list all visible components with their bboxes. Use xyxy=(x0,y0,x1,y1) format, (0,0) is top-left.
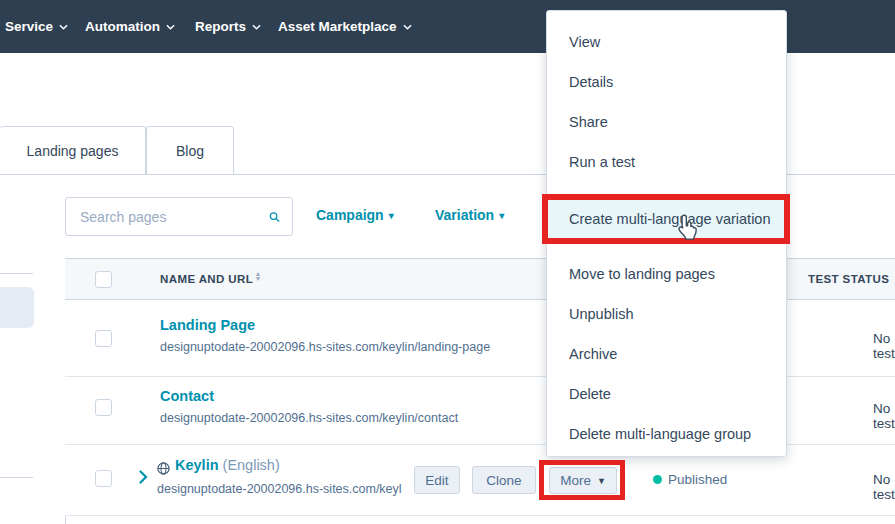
column-header-test-status: TEST STATUS xyxy=(808,273,889,285)
sort-icon[interactable]: ▲▼ xyxy=(253,271,263,281)
menu-item-details[interactable]: Details xyxy=(547,62,786,102)
search-icon[interactable] xyxy=(269,208,280,226)
nav-item-asset-marketplace[interactable]: Asset Marketplace xyxy=(278,0,412,53)
select-all-checkbox[interactable] xyxy=(95,271,112,288)
nav-item-label: Automation xyxy=(85,19,160,34)
chevron-down-icon: ▼ xyxy=(597,476,606,486)
more-button-label: More xyxy=(560,473,591,488)
page-name-link[interactable]: Landing Page xyxy=(160,317,255,333)
column-header-name-and-url: NAME AND URL xyxy=(160,273,253,285)
tab-label: Blog xyxy=(176,143,204,159)
nav-item-label: Asset Marketplace xyxy=(278,19,397,34)
test-status-value: No test xyxy=(873,331,895,361)
publish-status-label: Published xyxy=(668,472,727,487)
edit-button[interactable]: Edit xyxy=(414,466,460,494)
menu-item-create-multi-language-variation[interactable]: Create multi-language variation xyxy=(547,197,786,241)
nav-item-label: Service xyxy=(5,19,53,34)
chevron-down-icon xyxy=(59,24,68,30)
clone-button[interactable]: Clone xyxy=(472,466,536,494)
page-url: designuptodate-20002096.hs-sites.com/key… xyxy=(160,411,458,425)
chevron-down-icon: ▾ xyxy=(499,210,504,221)
expand-chevron-icon[interactable] xyxy=(139,470,148,484)
left-panel-divider xyxy=(0,273,33,274)
variation-filter-dropdown[interactable]: Variation ▾ xyxy=(435,207,504,223)
chevron-down-icon xyxy=(403,24,412,30)
search-pages-box xyxy=(65,197,293,236)
more-button[interactable]: More ▼ xyxy=(549,467,617,494)
tab-landing-pages[interactable]: Landing pages xyxy=(0,126,146,175)
campaign-filter-dropdown[interactable]: Campaign ▾ xyxy=(316,207,394,223)
more-actions-menu: View Details Share Run a test Create mul… xyxy=(546,10,787,457)
nav-item-label: Reports xyxy=(195,19,246,34)
menu-item-share[interactable]: Share xyxy=(547,102,786,142)
search-input[interactable] xyxy=(66,209,269,225)
left-panel-fragment xyxy=(0,287,34,328)
nav-item-reports[interactable]: Reports xyxy=(195,0,261,53)
test-status-value: No test xyxy=(873,401,895,431)
row-checkbox[interactable] xyxy=(95,470,112,487)
page-url: designuptodate-20002096.hs-sites.com/key… xyxy=(157,482,402,496)
tab-blog[interactable]: Blog xyxy=(146,126,234,175)
page-name-link[interactable]: Contact xyxy=(160,388,214,404)
campaign-filter-label: Campaign xyxy=(316,207,384,223)
nav-item-automation[interactable]: Automation xyxy=(85,0,175,53)
chevron-down-icon: ▾ xyxy=(389,210,394,221)
menu-item-archive[interactable]: Archive xyxy=(547,334,786,374)
published-status-dot xyxy=(653,475,662,484)
menu-item-delete[interactable]: Delete xyxy=(547,374,786,414)
globe-icon xyxy=(157,462,170,475)
chevron-down-icon xyxy=(166,24,175,30)
row-checkbox[interactable] xyxy=(95,330,112,347)
menu-item-delete-multi-language-group[interactable]: Delete multi-language group xyxy=(547,414,786,454)
nav-item-service[interactable]: Service xyxy=(5,0,68,53)
page-name-link[interactable]: Keylin (English) xyxy=(175,457,280,473)
menu-item-unpublish[interactable]: Unpublish xyxy=(547,294,786,334)
chevron-down-icon xyxy=(252,24,261,30)
app-window: Service Automation Reports Asset Marketp… xyxy=(0,0,895,524)
variation-filter-label: Variation xyxy=(435,207,494,223)
page-name: Keylin xyxy=(175,457,219,473)
left-panel-divider xyxy=(0,477,33,478)
menu-item-view[interactable]: View xyxy=(547,22,786,62)
test-status-value: No test xyxy=(873,472,895,502)
row-checkbox[interactable] xyxy=(95,399,112,416)
menu-item-move-to-landing-pages[interactable]: Move to landing pages xyxy=(547,254,786,294)
page-url: designuptodate-20002096.hs-sites.com/key… xyxy=(160,340,490,354)
menu-item-run-a-test[interactable]: Run a test xyxy=(547,142,786,182)
page-language: (English) xyxy=(223,457,280,473)
tab-label: Landing pages xyxy=(27,143,119,159)
